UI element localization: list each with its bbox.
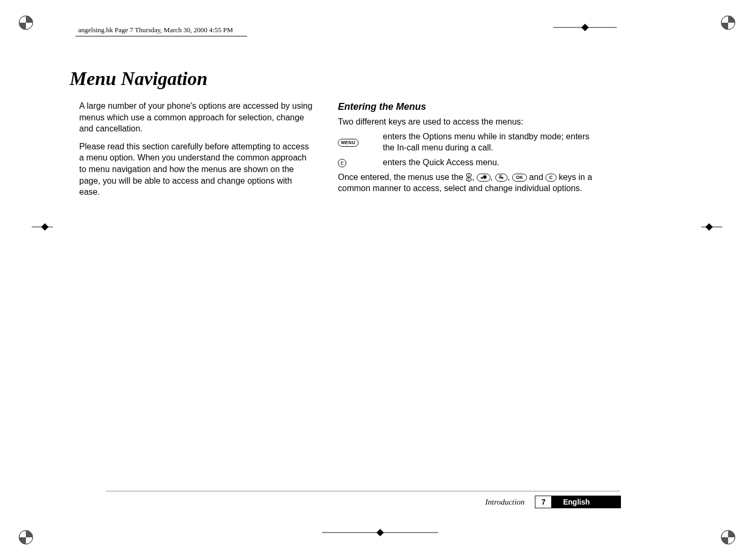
crop-mark-icon: [322, 527, 438, 538]
text-fragment: ,: [507, 173, 512, 182]
svg-marker-7: [705, 223, 713, 231]
text-fragment: ,: [491, 173, 495, 182]
hash-key-icon: #▸: [495, 174, 508, 182]
svg-marker-5: [41, 223, 49, 231]
svg-marker-9: [376, 529, 384, 536]
quick-access-key-icon: E: [338, 157, 383, 168]
text-fragment: ,: [472, 173, 477, 182]
key-description-row: MENU enters the Options menu while in st…: [338, 131, 602, 154]
c-key-icon: C: [545, 174, 557, 182]
scroll-key-icon: [466, 173, 472, 182]
section-heading: Entering the Menus: [338, 100, 602, 113]
paragraph: A large number of your phone's options a…: [79, 100, 314, 135]
page-footer: Introduction 7 English: [485, 496, 621, 508]
print-registration-mark: [18, 529, 34, 545]
print-registration-mark: [720, 529, 736, 545]
print-registration-mark: [18, 15, 34, 31]
chapter-title: Menu Navigation: [70, 68, 208, 90]
crop-mark-icon: [553, 22, 617, 33]
menu-key-label: MENU: [338, 139, 359, 147]
footer-page-box: 7 English: [535, 496, 621, 508]
print-registration-mark: [720, 15, 736, 31]
paragraph: Two different keys are used to access th…: [338, 116, 602, 128]
page-number: 7: [535, 496, 551, 508]
text-fragment: Once entered, the menus use the: [338, 173, 466, 182]
crop-mark-icon: [701, 222, 722, 232]
footer-rule: [106, 491, 620, 491]
key-description-text: enters the Options menu while in standby…: [383, 131, 602, 154]
running-header-rule: [76, 36, 247, 36]
text-fragment: and: [527, 173, 546, 182]
key-description-row: E enters the Quick Access menu.: [338, 157, 602, 168]
running-header-text: angelsing.bk Page 7 Thursday, March 30, …: [78, 26, 233, 34]
paragraph: Please read this section carefully befor…: [79, 141, 314, 198]
menu-key-icon: MENU: [338, 131, 383, 154]
crop-mark-icon: [32, 222, 53, 232]
footer-section-title: Introduction: [485, 498, 524, 507]
paragraph: Once entered, the menus use the , ◂✱, #▸…: [338, 172, 602, 194]
language-label: English: [551, 496, 620, 508]
key-description-text: enters the Quick Access menu.: [383, 157, 602, 168]
body-column-right: Entering the Menus Two different keys ar…: [338, 100, 602, 201]
ok-key-icon: OK: [512, 174, 527, 182]
running-header: angelsing.bk Page 7 Thursday, March 30, …: [78, 26, 233, 34]
star-key-icon: ◂✱: [477, 174, 491, 182]
svg-marker-11: [581, 24, 589, 31]
quick-access-key-label: E: [338, 159, 346, 167]
body-column-left: A large number of your phone's options a…: [79, 100, 314, 204]
